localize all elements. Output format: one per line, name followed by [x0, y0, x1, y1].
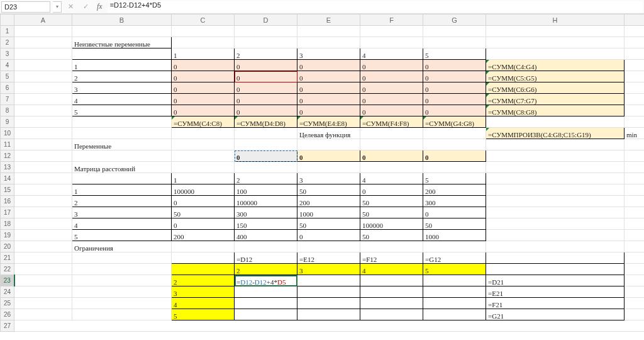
cell[interactable]: 1000: [423, 230, 486, 241]
cell[interactable]: 0: [172, 218, 235, 230]
cell[interactable]: 0: [423, 94, 486, 105]
cell[interactable]: 0: [297, 60, 360, 71]
cell[interactable]: 400: [235, 230, 297, 241]
cell[interactable]: 0: [297, 94, 360, 105]
cell[interactable]: =СУММ(G4:G8): [423, 116, 486, 128]
cell[interactable]: 0: [235, 150, 297, 162]
cell[interactable]: 5: [72, 230, 172, 241]
cell[interactable]: 0: [297, 150, 360, 162]
cell[interactable]: 2: [172, 275, 235, 286]
cell[interactable]: 3: [297, 173, 360, 184]
cell[interactable]: 4: [360, 48, 423, 60]
cell[interactable]: 0: [297, 82, 360, 94]
cell[interactable]: =E21: [486, 286, 625, 298]
cell[interactable]: 5: [423, 173, 486, 184]
cell[interactable]: 200: [297, 196, 360, 207]
fx-icon[interactable]: fx: [94, 2, 105, 11]
cell[interactable]: 0: [360, 82, 423, 94]
row-header[interactable]: 12: [1, 150, 14, 162]
row-header[interactable]: 4: [1, 60, 14, 71]
cell[interactable]: =D12: [235, 252, 297, 264]
cell[interactable]: 100000: [235, 196, 297, 207]
cell[interactable]: 1: [72, 184, 172, 196]
cell[interactable]: 50: [172, 207, 235, 218]
col-header[interactable]: C: [172, 14, 235, 26]
cell[interactable]: 4: [72, 94, 172, 105]
row-header[interactable]: 1: [1, 26, 14, 37]
cell[interactable]: =F21: [486, 298, 625, 309]
cell[interactable]: 4: [72, 218, 172, 230]
confirm-icon[interactable]: [79, 1, 92, 13]
cell[interactable]: 0: [235, 60, 297, 71]
cell[interactable]: 50: [423, 218, 486, 230]
col-header[interactable]: D: [235, 14, 297, 26]
row-header[interactable]: 13: [1, 162, 14, 173]
cell[interactable]: 0: [423, 60, 486, 71]
row-header[interactable]: 19: [1, 230, 14, 241]
cell[interactable]: 50: [360, 196, 423, 207]
col-header[interactable]: B: [72, 14, 172, 26]
cell[interactable]: 0: [235, 105, 297, 116]
row-header[interactable]: 21: [1, 252, 14, 264]
formula-input[interactable]: =D12-D12+4*D5: [108, 1, 643, 13]
name-box-dropdown[interactable]: ▾: [53, 1, 62, 13]
cell[interactable]: 50: [297, 218, 360, 230]
row-header[interactable]: 23: [1, 275, 14, 286]
cell[interactable]: 100000: [360, 218, 423, 230]
cell[interactable]: 0: [235, 71, 297, 82]
cell[interactable]: 200: [172, 230, 235, 241]
cell[interactable]: 0: [360, 184, 423, 196]
cell[interactable]: 0: [360, 94, 423, 105]
col-header[interactable]: H: [486, 14, 625, 26]
cell[interactable]: 0: [172, 71, 235, 82]
cell[interactable]: 100: [235, 184, 297, 196]
cell[interactable]: 3: [72, 82, 172, 94]
col-header[interactable]: [625, 14, 645, 26]
cell[interactable]: 3: [297, 264, 360, 275]
cell[interactable]: 0: [360, 150, 423, 162]
cell[interactable]: 0: [297, 105, 360, 116]
row-header[interactable]: 7: [1, 94, 14, 105]
row-header[interactable]: 18: [1, 218, 14, 230]
cell[interactable]: 4: [360, 173, 423, 184]
cell[interactable]: 0: [423, 71, 486, 82]
cell[interactable]: 4: [172, 298, 235, 309]
row-header[interactable]: 14: [1, 173, 14, 184]
row-header[interactable]: 24: [1, 286, 14, 298]
cell[interactable]: 0: [360, 105, 423, 116]
cell[interactable]: =СУММ(C7:G7): [486, 94, 625, 105]
row-header[interactable]: 3: [1, 48, 14, 60]
cell[interactable]: 2: [72, 71, 172, 82]
col-header[interactable]: E: [297, 14, 360, 26]
cell[interactable]: 5: [72, 105, 172, 116]
cell[interactable]: 2: [235, 173, 297, 184]
cell[interactable]: 0: [235, 82, 297, 94]
cell[interactable]: =СУММ(C8:G8): [486, 105, 625, 116]
cell[interactable]: 1: [72, 60, 172, 71]
cell[interactable]: 0: [423, 82, 486, 94]
cell[interactable]: 5: [423, 48, 486, 60]
cell[interactable]: 150: [235, 218, 297, 230]
cell[interactable]: =D21: [486, 275, 625, 286]
cell[interactable]: =СУММ(C4:C8): [172, 116, 235, 128]
cell[interactable]: =СУММПРОИЗВ(C4:G8;C15:G19): [486, 128, 625, 139]
cell[interactable]: 1000: [297, 207, 360, 218]
cell[interactable]: =СУММ(E4:E8): [297, 116, 360, 128]
cell[interactable]: 2: [235, 48, 297, 60]
cell[interactable]: 50: [360, 207, 423, 218]
row-header[interactable]: 6: [1, 82, 14, 94]
spreadsheet-grid[interactable]: A B C D E F G H 1 2 Неизвестные переменн…: [0, 14, 644, 332]
cell[interactable]: 50: [360, 230, 423, 241]
cell[interactable]: 0: [360, 71, 423, 82]
row-header[interactable]: 25: [1, 298, 14, 309]
editing-cell[interactable]: =D12-D12+4*D5: [235, 275, 297, 286]
cell[interactable]: 0: [297, 71, 360, 82]
cell[interactable]: 50: [297, 184, 360, 196]
select-all-corner[interactable]: [1, 14, 14, 26]
cell[interactable]: 0: [172, 82, 235, 94]
cell[interactable]: =СУММ(C4:G4): [486, 60, 625, 71]
cell[interactable]: 0: [172, 196, 235, 207]
cell[interactable]: =СУММ(D4:D8): [235, 116, 297, 128]
cell[interactable]: 100000: [172, 184, 235, 196]
cell[interactable]: 3: [297, 48, 360, 60]
